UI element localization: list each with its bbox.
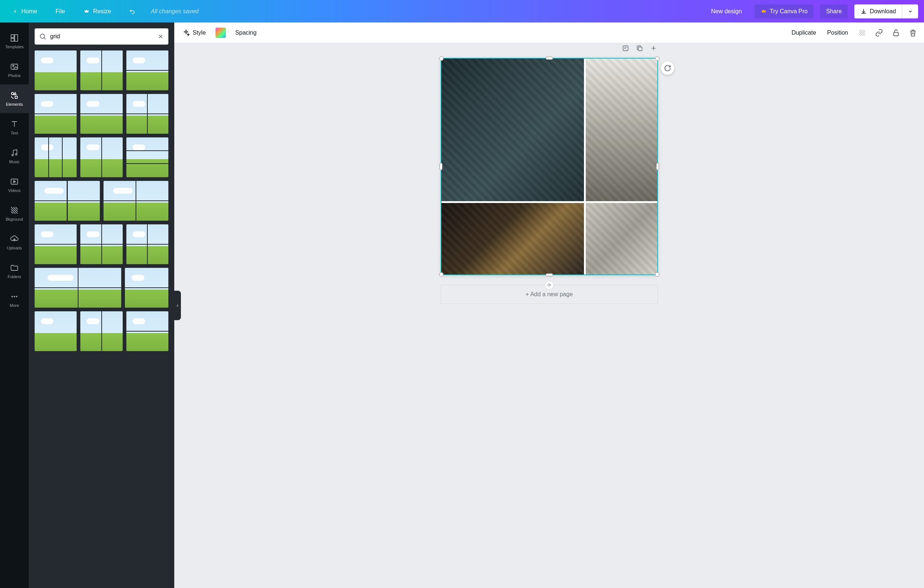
resize-handle[interactable] bbox=[546, 57, 553, 60]
add-page-button[interactable] bbox=[649, 44, 658, 53]
delete-button[interactable] bbox=[909, 28, 917, 37]
transparency-button[interactable] bbox=[858, 28, 866, 37]
grid-thumb[interactable] bbox=[35, 311, 77, 351]
resize-button[interactable]: Resize bbox=[78, 5, 117, 18]
svg-rect-6 bbox=[15, 96, 17, 98]
lock-button[interactable] bbox=[892, 28, 901, 37]
new-design-button[interactable]: New design bbox=[705, 5, 748, 18]
resize-handle[interactable] bbox=[439, 56, 444, 61]
try-pro-label: Try Canva Pro bbox=[770, 8, 808, 15]
search-input[interactable] bbox=[50, 33, 153, 40]
grid-thumb[interactable] bbox=[80, 94, 122, 134]
grid-thumb[interactable] bbox=[35, 268, 121, 308]
save-status: All changes saved bbox=[142, 8, 705, 15]
grid-thumb[interactable] bbox=[80, 137, 122, 177]
collage-cell[interactable] bbox=[441, 203, 584, 274]
undo-button[interactable] bbox=[124, 5, 142, 18]
svg-rect-20 bbox=[638, 47, 642, 51]
refresh-button[interactable] bbox=[661, 61, 674, 75]
try-pro-button[interactable]: Try Canva Pro bbox=[754, 5, 814, 18]
svg-rect-2 bbox=[11, 38, 14, 41]
grid-thumb[interactable] bbox=[126, 94, 168, 134]
nav-music[interactable]: Music bbox=[0, 142, 29, 170]
resize-handle[interactable] bbox=[439, 272, 444, 277]
canvas-viewport[interactable]: ⟳ + Add a new page bbox=[174, 43, 924, 588]
position-label: Position bbox=[827, 30, 848, 36]
photos-icon bbox=[10, 62, 19, 71]
nav-folders[interactable]: Folders bbox=[0, 257, 29, 286]
resize-handle[interactable] bbox=[546, 273, 553, 276]
grid-thumb[interactable] bbox=[80, 311, 122, 351]
download-button[interactable]: Download bbox=[855, 5, 902, 18]
page-notes-button[interactable] bbox=[621, 44, 630, 53]
grid-thumb[interactable] bbox=[104, 181, 169, 221]
design-page[interactable] bbox=[441, 58, 658, 275]
context-toolbar: Style Spacing Duplicate Position bbox=[174, 23, 924, 43]
add-new-page-button[interactable]: ⟳ + Add a new page bbox=[441, 285, 658, 304]
file-menu[interactable]: File bbox=[50, 5, 71, 18]
collage-cell[interactable] bbox=[441, 59, 584, 201]
nav-text[interactable]: Text bbox=[0, 113, 29, 142]
collage-cell[interactable] bbox=[586, 59, 657, 201]
clear-search-button[interactable] bbox=[157, 33, 164, 40]
svg-point-4 bbox=[13, 65, 14, 67]
file-label: File bbox=[56, 8, 65, 15]
grid-thumb[interactable] bbox=[126, 51, 168, 90]
grid-thumb[interactable] bbox=[80, 225, 122, 264]
grid-thumb[interactable] bbox=[126, 311, 168, 351]
resize-handle[interactable] bbox=[439, 163, 442, 170]
nav-photos[interactable]: Photos bbox=[0, 56, 29, 84]
color-picker[interactable] bbox=[216, 28, 226, 38]
share-button[interactable]: Share bbox=[820, 5, 848, 18]
download-dropdown[interactable] bbox=[902, 5, 918, 18]
sparkle-icon bbox=[182, 29, 190, 36]
templates-icon bbox=[10, 33, 19, 42]
svg-rect-17 bbox=[859, 30, 865, 36]
duplicate-button[interactable]: Duplicate bbox=[790, 27, 818, 38]
resize-handle[interactable] bbox=[656, 163, 659, 170]
nav-background[interactable]: Bkground bbox=[0, 199, 29, 228]
svg-marker-10 bbox=[14, 180, 15, 183]
spacing-button[interactable]: Spacing bbox=[234, 27, 258, 38]
grid-thumb[interactable] bbox=[35, 94, 77, 134]
music-icon bbox=[10, 149, 19, 157]
videos-icon bbox=[10, 177, 19, 186]
new-design-label: New design bbox=[711, 8, 742, 15]
refresh-icon bbox=[664, 64, 671, 72]
collage-cell[interactable] bbox=[586, 203, 657, 274]
nav-more[interactable]: More bbox=[0, 286, 29, 314]
grid-thumb[interactable] bbox=[35, 137, 77, 177]
grid-thumb[interactable] bbox=[126, 137, 168, 177]
style-button[interactable]: Style bbox=[181, 27, 208, 39]
nav-label: Bkground bbox=[5, 217, 23, 221]
resize-handle[interactable] bbox=[655, 272, 660, 277]
svg-point-7 bbox=[12, 154, 13, 156]
nav-templates[interactable]: Templates bbox=[0, 27, 29, 56]
position-button[interactable]: Position bbox=[826, 27, 850, 38]
link-button[interactable] bbox=[874, 28, 883, 37]
style-label: Style bbox=[193, 30, 206, 36]
collapse-panel-button[interactable]: ‹ bbox=[174, 291, 181, 320]
grid-thumb[interactable] bbox=[126, 225, 168, 264]
home-button[interactable]: Home bbox=[6, 5, 43, 18]
grid-thumb[interactable] bbox=[35, 181, 100, 221]
home-label: Home bbox=[21, 8, 37, 15]
duplicate-page-button[interactable] bbox=[635, 44, 644, 53]
grid-thumb[interactable] bbox=[35, 225, 77, 264]
download-label: Download bbox=[870, 8, 896, 15]
grid-results[interactable] bbox=[29, 51, 174, 588]
nav-uploads[interactable]: Uploads bbox=[0, 228, 29, 257]
nav-label: Music bbox=[9, 160, 20, 164]
grid-thumb[interactable] bbox=[125, 268, 168, 308]
resize-handle[interactable] bbox=[655, 56, 660, 61]
add-page-label: + Add a new page bbox=[525, 291, 573, 297]
svg-point-8 bbox=[15, 154, 17, 155]
grid-thumb[interactable] bbox=[35, 51, 77, 90]
chevron-left-icon: ‹ bbox=[177, 303, 178, 308]
nav-videos[interactable]: Videos bbox=[0, 170, 29, 199]
elements-icon bbox=[10, 91, 19, 100]
nav-elements[interactable]: Elements bbox=[0, 84, 29, 113]
grid-thumb[interactable] bbox=[80, 51, 122, 90]
text-icon bbox=[10, 120, 19, 129]
nav-label: Templates bbox=[5, 45, 23, 49]
